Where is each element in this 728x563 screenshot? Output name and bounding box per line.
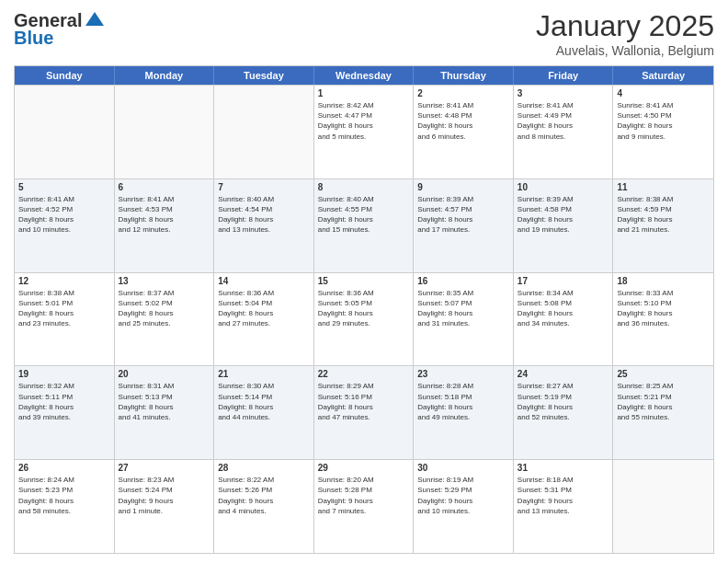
day-info: Sunrise: 8:30 AM Sunset: 5:14 PM Dayligh… — [218, 381, 310, 422]
day-info: Sunrise: 8:38 AM Sunset: 4:59 PM Dayligh… — [617, 194, 710, 236]
empty-cell — [613, 460, 713, 553]
header-day-thursday: Thursday — [414, 66, 514, 85]
day-info: Sunrise: 8:41 AM Sunset: 4:48 PM Dayligh… — [417, 100, 509, 142]
day-number: 16 — [417, 276, 509, 286]
day-number: 20 — [119, 369, 210, 379]
day-number: 10 — [518, 182, 609, 192]
day-number: 5 — [18, 182, 110, 192]
title-block: January 2025 Auvelais, Wallonia, Belgium — [536, 9, 714, 58]
day-number: 2 — [417, 88, 509, 98]
day-cell-30: 30Sunrise: 8:19 AM Sunset: 5:29 PM Dayli… — [414, 460, 514, 553]
day-info: Sunrise: 8:36 AM Sunset: 5:05 PM Dayligh… — [318, 288, 410, 329]
day-number: 30 — [417, 463, 509, 473]
day-info: Sunrise: 8:41 AM Sunset: 4:52 PM Dayligh… — [18, 194, 110, 236]
day-number: 9 — [417, 182, 509, 192]
day-number: 8 — [318, 182, 410, 192]
day-cell-4: 4Sunrise: 8:41 AM Sunset: 4:50 PM Daylig… — [613, 86, 713, 178]
day-number: 15 — [318, 276, 410, 286]
logo-blue-text: Blue — [14, 28, 53, 49]
week-row-3: 12Sunrise: 8:38 AM Sunset: 5:01 PM Dayli… — [15, 272, 713, 366]
day-number: 31 — [518, 463, 609, 473]
day-info: Sunrise: 8:33 AM Sunset: 5:10 PM Dayligh… — [617, 288, 710, 329]
day-cell-17: 17Sunrise: 8:34 AM Sunset: 5:08 PM Dayli… — [514, 273, 614, 366]
day-number: 13 — [119, 276, 210, 286]
empty-cell — [214, 86, 314, 178]
day-cell-5: 5Sunrise: 8:41 AM Sunset: 4:52 PM Daylig… — [15, 179, 115, 272]
day-cell-28: 28Sunrise: 8:22 AM Sunset: 5:26 PM Dayli… — [214, 460, 314, 553]
day-number: 1 — [318, 88, 410, 98]
day-number: 17 — [518, 276, 609, 286]
day-cell-23: 23Sunrise: 8:28 AM Sunset: 5:18 PM Dayli… — [414, 366, 514, 459]
day-number: 18 — [617, 276, 710, 286]
logo: General Blue — [14, 9, 108, 49]
week-row-4: 19Sunrise: 8:32 AM Sunset: 5:11 PM Dayli… — [15, 365, 713, 459]
day-cell-22: 22Sunrise: 8:29 AM Sunset: 5:16 PM Dayli… — [314, 366, 415, 459]
day-cell-6: 6Sunrise: 8:41 AM Sunset: 4:53 PM Daylig… — [115, 179, 215, 272]
day-number: 27 — [119, 463, 210, 473]
empty-cell — [15, 86, 115, 178]
day-number: 4 — [617, 88, 710, 98]
day-cell-16: 16Sunrise: 8:35 AM Sunset: 5:07 PM Dayli… — [414, 273, 514, 366]
day-cell-29: 29Sunrise: 8:20 AM Sunset: 5:28 PM Dayli… — [314, 460, 415, 553]
day-cell-18: 18Sunrise: 8:33 AM Sunset: 5:10 PM Dayli… — [613, 273, 713, 366]
page: General Blue January 2025 Auvelais, Wall… — [0, 0, 728, 563]
day-info: Sunrise: 8:32 AM Sunset: 5:11 PM Dayligh… — [18, 381, 110, 422]
calendar: SundayMondayTuesdayWednesdayThursdayFrid… — [14, 65, 714, 554]
day-number: 23 — [417, 369, 509, 379]
day-cell-27: 27Sunrise: 8:23 AM Sunset: 5:24 PM Dayli… — [115, 460, 215, 553]
day-number: 22 — [318, 369, 410, 379]
day-cell-1: 1Sunrise: 8:42 AM Sunset: 4:47 PM Daylig… — [314, 86, 415, 178]
calendar-header: SundayMondayTuesdayWednesdayThursdayFrid… — [15, 66, 713, 85]
day-info: Sunrise: 8:39 AM Sunset: 4:58 PM Dayligh… — [518, 194, 609, 236]
day-info: Sunrise: 8:20 AM Sunset: 5:28 PM Dayligh… — [318, 475, 410, 516]
day-cell-21: 21Sunrise: 8:30 AM Sunset: 5:14 PM Dayli… — [214, 366, 314, 459]
day-number: 3 — [518, 88, 609, 98]
logo-icon — [84, 9, 106, 31]
day-info: Sunrise: 8:41 AM Sunset: 4:53 PM Dayligh… — [119, 194, 210, 236]
day-info: Sunrise: 8:27 AM Sunset: 5:19 PM Dayligh… — [518, 381, 609, 422]
day-info: Sunrise: 8:28 AM Sunset: 5:18 PM Dayligh… — [417, 381, 509, 422]
day-number: 11 — [617, 182, 710, 192]
day-number: 24 — [518, 369, 609, 379]
day-info: Sunrise: 8:24 AM Sunset: 5:23 PM Dayligh… — [18, 475, 110, 516]
day-info: Sunrise: 8:22 AM Sunset: 5:26 PM Dayligh… — [218, 475, 310, 516]
day-cell-19: 19Sunrise: 8:32 AM Sunset: 5:11 PM Dayli… — [15, 366, 115, 459]
day-info: Sunrise: 8:41 AM Sunset: 4:49 PM Dayligh… — [518, 100, 609, 142]
day-info: Sunrise: 8:38 AM Sunset: 5:01 PM Dayligh… — [18, 288, 110, 329]
day-cell-13: 13Sunrise: 8:37 AM Sunset: 5:02 PM Dayli… — [115, 273, 215, 366]
day-info: Sunrise: 8:19 AM Sunset: 5:29 PM Dayligh… — [417, 475, 509, 516]
day-number: 12 — [18, 276, 110, 286]
day-info: Sunrise: 8:18 AM Sunset: 5:31 PM Dayligh… — [518, 475, 609, 516]
day-number: 7 — [218, 182, 310, 192]
day-info: Sunrise: 8:29 AM Sunset: 5:16 PM Dayligh… — [318, 381, 410, 422]
day-cell-12: 12Sunrise: 8:38 AM Sunset: 5:01 PM Dayli… — [15, 273, 115, 366]
day-info: Sunrise: 8:42 AM Sunset: 4:47 PM Dayligh… — [318, 100, 410, 142]
calendar-body: 1Sunrise: 8:42 AM Sunset: 4:47 PM Daylig… — [15, 85, 713, 553]
day-info: Sunrise: 8:41 AM Sunset: 4:50 PM Dayligh… — [617, 100, 710, 142]
day-info: Sunrise: 8:35 AM Sunset: 5:07 PM Dayligh… — [417, 288, 509, 329]
day-cell-24: 24Sunrise: 8:27 AM Sunset: 5:19 PM Dayli… — [514, 366, 614, 459]
header-day-sunday: Sunday — [15, 66, 115, 85]
calendar-subtitle: Auvelais, Wallonia, Belgium — [536, 43, 714, 58]
day-number: 29 — [318, 463, 410, 473]
day-number: 21 — [218, 369, 310, 379]
day-info: Sunrise: 8:40 AM Sunset: 4:54 PM Dayligh… — [218, 194, 310, 236]
header-day-monday: Monday — [115, 66, 215, 85]
day-cell-2: 2Sunrise: 8:41 AM Sunset: 4:48 PM Daylig… — [414, 86, 514, 178]
day-number: 28 — [218, 463, 310, 473]
day-number: 14 — [218, 276, 310, 286]
day-cell-15: 15Sunrise: 8:36 AM Sunset: 5:05 PM Dayli… — [314, 273, 415, 366]
day-number: 6 — [119, 182, 210, 192]
day-info: Sunrise: 8:40 AM Sunset: 4:55 PM Dayligh… — [318, 194, 410, 236]
day-info: Sunrise: 8:34 AM Sunset: 5:08 PM Dayligh… — [518, 288, 609, 329]
day-info: Sunrise: 8:23 AM Sunset: 5:24 PM Dayligh… — [119, 475, 210, 516]
day-cell-9: 9Sunrise: 8:39 AM Sunset: 4:57 PM Daylig… — [414, 179, 514, 272]
week-row-5: 26Sunrise: 8:24 AM Sunset: 5:23 PM Dayli… — [15, 459, 713, 553]
empty-cell — [115, 86, 215, 178]
day-info: Sunrise: 8:37 AM Sunset: 5:02 PM Dayligh… — [119, 288, 210, 329]
svg-marker-0 — [85, 12, 104, 26]
day-cell-7: 7Sunrise: 8:40 AM Sunset: 4:54 PM Daylig… — [214, 179, 314, 272]
calendar-title: January 2025 — [536, 9, 714, 43]
day-cell-31: 31Sunrise: 8:18 AM Sunset: 5:31 PM Dayli… — [514, 460, 614, 553]
day-cell-11: 11Sunrise: 8:38 AM Sunset: 4:59 PM Dayli… — [613, 179, 713, 272]
